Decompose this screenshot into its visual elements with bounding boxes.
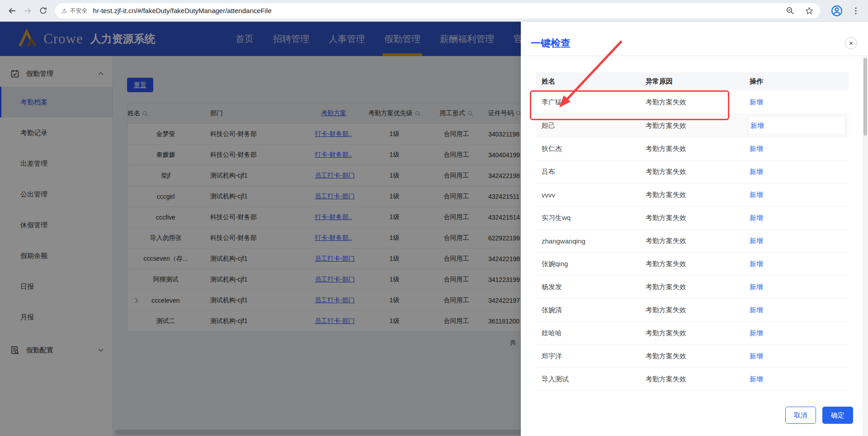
- drawer-table-header: 姓名 异常原因 操作: [536, 72, 849, 90]
- cell-error-reason: 考勤方案失效: [640, 260, 744, 268]
- cell-action: 新增: [744, 117, 849, 135]
- cancel-button[interactable]: 取消: [785, 407, 816, 424]
- add-link[interactable]: 新增: [750, 260, 763, 267]
- browser-back-button[interactable]: [5, 3, 20, 19]
- cell-error-reason: 考勤方案失效: [640, 283, 744, 291]
- cell-error-reason: 考勤方案失效: [640, 191, 744, 199]
- app-page: Crowe 人力资源系统 首页招聘管理人事管理假勤管理薪酬福利管理官 假勤管理 …: [0, 22, 868, 436]
- drawer-table-row: 张婉qing 考勤方案失效 新增: [536, 253, 849, 276]
- add-link[interactable]: 新增: [750, 214, 763, 221]
- add-link[interactable]: 新增: [750, 375, 763, 383]
- drawer-table-row: 郑宇洋 考勤方案失效 新增: [536, 345, 849, 368]
- drawer-table-row: 娃哈哈 考勤方案失效 新增: [536, 322, 849, 345]
- add-link[interactable]: 新增: [750, 98, 763, 106]
- cell-error-reason: 考勤方案失效: [640, 306, 744, 314]
- cell-employee-name: 妲己: [536, 122, 640, 130]
- drawer-title: 一键检查: [531, 37, 571, 50]
- drawer-table: 姓名 异常原因 操作 李广猛 考勤方案失效 新增 妲己 考勤方案失效 新增 狄仁…: [536, 72, 849, 397]
- address-bar[interactable]: ⚠ 不安全 hr-test.zjf-it.cn/#/fakeDuty/fakeD…: [55, 3, 820, 19]
- cell-employee-name: 狄仁杰: [536, 145, 640, 153]
- cell-action: 新增: [744, 98, 849, 107]
- cell-employee-name: 李广猛: [536, 98, 640, 107]
- cell-error-reason: 考勤方案失效: [640, 98, 744, 107]
- security-label: 不安全: [70, 7, 88, 15]
- close-icon[interactable]: ✕: [845, 37, 857, 49]
- cell-action: 新增: [744, 306, 849, 314]
- cell-employee-name: zhangwanqing: [536, 237, 640, 245]
- warning-icon: ⚠: [61, 7, 67, 14]
- cell-employee-name: 张婉qing: [536, 260, 640, 268]
- url-text[interactable]: hr-test.zjf-it.cn/#/fakeDuty/fakeDutyMan…: [93, 7, 272, 14]
- check-drawer: 一键检查 ✕ 姓名 异常原因 操作 李广猛 考勤方案失效 新增 妲己 考勤方案失…: [521, 22, 868, 436]
- back-arrow-icon: [8, 6, 17, 15]
- cell-action: 新增: [744, 283, 849, 291]
- forward-arrow-icon: [23, 6, 32, 15]
- drawer-table-row: 考勤方案失效 新增: [536, 391, 849, 397]
- cell-error-reason: 考勤方案失效: [640, 145, 744, 153]
- cell-action: 新增: [744, 145, 849, 153]
- browser-toolbar: ⚠ 不安全 hr-test.zjf-it.cn/#/fakeDuty/fakeD…: [0, 0, 868, 22]
- cell-action: 新增: [744, 168, 849, 176]
- drawer-table-row: 实习生wq 考勤方案失效 新增: [536, 206, 849, 230]
- add-link[interactable]: 新增: [750, 237, 763, 244]
- cell-action: 新增: [744, 352, 849, 361]
- add-link[interactable]: 新增: [750, 122, 764, 130]
- drawer-table-row: 张婉清 考勤方案失效 新增: [536, 299, 849, 322]
- cell-action: 新增: [744, 260, 849, 268]
- cell-action: 新增: [744, 191, 849, 199]
- cell-action: 新增: [744, 375, 849, 384]
- drawer-table-row: 吕布 考勤方案失效 新增: [536, 160, 849, 183]
- add-link[interactable]: 新增: [750, 191, 763, 198]
- cell-employee-name: vvvv: [536, 191, 640, 199]
- action-input-box[interactable]: 新增: [748, 117, 845, 135]
- cell-error-reason: 考勤方案失效: [640, 122, 744, 130]
- cell-employee-name: 娃哈哈: [536, 329, 640, 338]
- cell-error-reason: 考勤方案失效: [640, 375, 744, 384]
- profile-icon[interactable]: [831, 5, 843, 17]
- add-link[interactable]: 新增: [750, 145, 763, 152]
- add-link[interactable]: 新增: [750, 306, 763, 314]
- drawer-table-body: 李广猛 考勤方案失效 新增 妲己 考勤方案失效 新增 狄仁杰 考勤方案失效 新增…: [536, 90, 849, 397]
- confirm-button[interactable]: 确定: [822, 407, 853, 424]
- browser-forward-button[interactable]: [20, 3, 35, 19]
- security-warning[interactable]: ⚠ 不安全: [61, 7, 88, 15]
- add-link[interactable]: 新增: [750, 283, 763, 291]
- drawer-table-row: 妲己 考勤方案失效 新增: [536, 114, 849, 137]
- drawer-table-row: 杨发发 考勤方案失效 新增: [536, 276, 849, 299]
- drawer-table-row: 李广猛 考勤方案失效 新增: [536, 90, 849, 114]
- drawer-header: 一键检查 ✕: [521, 22, 868, 56]
- drawer-table-row: vvvv 考勤方案失效 新增: [536, 183, 849, 206]
- drawer-col-name: 姓名: [536, 77, 640, 86]
- scrollbar-thumb[interactable]: [863, 58, 867, 136]
- cell-error-reason: 考勤方案失效: [640, 237, 744, 245]
- bookmark-star-icon[interactable]: [805, 6, 814, 15]
- cell-error-reason: 考勤方案失效: [640, 352, 744, 361]
- browser-refresh-button[interactable]: [35, 3, 51, 19]
- cell-employee-name: 实习生wq: [536, 214, 640, 222]
- cell-error-reason: 考勤方案失效: [640, 329, 744, 338]
- cell-action: 新增: [744, 214, 849, 222]
- add-link[interactable]: 新增: [750, 168, 763, 175]
- drawer-table-row: 导入测试 考勤方案失效 新增: [536, 368, 849, 391]
- cell-employee-name: 导入测试: [536, 375, 640, 384]
- cell-employee-name: 吕布: [536, 168, 640, 176]
- add-link[interactable]: 新增: [750, 329, 763, 337]
- cell-employee-name: 郑宇洋: [536, 352, 640, 361]
- drawer-table-row: zhangwanqing 考勤方案失效 新增: [536, 230, 849, 253]
- cell-action: 新增: [744, 237, 849, 245]
- cell-action: 新增: [744, 329, 849, 338]
- drawer-col-action: 操作: [744, 77, 849, 86]
- browser-menu-icon[interactable]: [852, 7, 860, 15]
- zoom-icon[interactable]: [786, 6, 795, 15]
- cell-error-reason: 考勤方案失效: [640, 214, 744, 222]
- cell-employee-name: 杨发发: [536, 283, 640, 291]
- drawer-scrollbar[interactable]: [863, 56, 868, 436]
- add-link[interactable]: 新增: [750, 352, 763, 360]
- cell-employee-name: 张婉清: [536, 306, 640, 314]
- drawer-col-reason: 异常原因: [640, 77, 744, 86]
- drawer-table-row: 狄仁杰 考勤方案失效 新增: [536, 137, 849, 160]
- refresh-icon: [39, 6, 47, 15]
- cell-error-reason: 考勤方案失效: [640, 168, 744, 176]
